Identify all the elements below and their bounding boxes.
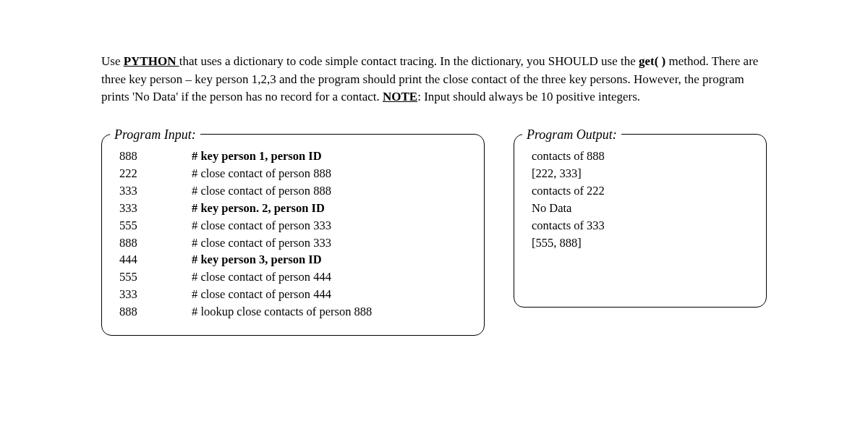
input-value: 888 [119,234,192,252]
output-line: [222, 333] [532,165,752,182]
program-input-table: 888# key person 1, person ID 222# close … [119,148,372,321]
input-comment: # lookup close contacts of person 888 [192,303,372,321]
program-output-box: contacts of 888 [222, 333] contacts of 2… [514,134,767,308]
intro-seg1: Use [101,54,124,68]
program-input-box: 888# key person 1, person ID 222# close … [101,134,485,336]
input-value: 555 [119,268,192,286]
input-comment: # close contact of person 888 [192,165,372,182]
input-comment: # close contact of person 333 [192,217,372,234]
input-row: 333# close contact of person 888 [119,182,372,200]
input-value: 888 [119,148,192,165]
output-line: No Data [532,200,752,217]
note-emphasis: NOTE [383,90,417,103]
input-row: 333# key person. 2, person ID [119,200,372,217]
program-input-column: Program Input: 888# key person 1, person… [101,119,485,336]
program-input-legend: Program Input: [110,127,200,143]
input-value: 444 [119,251,192,268]
input-value: 888 [119,303,192,321]
input-row: 888# lookup close contacts of person 888 [119,303,372,321]
problem-description: Use PYTHON that uses a dictionary to cod… [101,53,767,106]
input-value: 222 [119,165,192,182]
input-row: 444# key person 3, person ID [119,251,372,268]
input-value: 333 [119,286,192,303]
input-comment: # key person 1, person ID [192,148,372,165]
input-comment: # close contact of person 444 [192,268,372,286]
input-row: 333# close contact of person 444 [119,286,372,303]
document-page: Use PYTHON that uses a dictionary to cod… [0,0,868,336]
program-output-legend: Program Output: [522,127,621,143]
input-comment: # close contact of person 888 [192,182,372,200]
output-line: [555, 888] [532,234,752,252]
get-method-emphasis: get( ) [639,54,665,68]
output-line: contacts of 333 [532,217,752,234]
program-output-column: Program Output: contacts of 888 [222, 33… [514,119,767,336]
python-emphasis: PYTHON [124,54,179,68]
input-comment: # key person. 2, person ID [192,200,372,217]
output-line: contacts of 888 [532,148,752,165]
io-columns: Program Input: 888# key person 1, person… [101,119,767,336]
input-comment: # key person 3, person ID [192,251,372,268]
input-value: 333 [119,182,192,200]
intro-seg2: that uses a dictionary to code simple co… [179,54,639,68]
input-comment: # close contact of person 444 [192,286,372,303]
input-row: 222# close contact of person 888 [119,165,372,182]
input-comment: # close contact of person 333 [192,234,372,252]
input-value: 555 [119,217,192,234]
output-line: contacts of 222 [532,182,752,200]
intro-seg4: : Input should always be 10 positive int… [417,90,640,103]
input-row: 555# close contact of person 444 [119,268,372,286]
input-row: 888# key person 1, person ID [119,148,372,165]
input-row: 888# close contact of person 333 [119,234,372,252]
input-value: 333 [119,200,192,217]
input-row: 555# close contact of person 333 [119,217,372,234]
